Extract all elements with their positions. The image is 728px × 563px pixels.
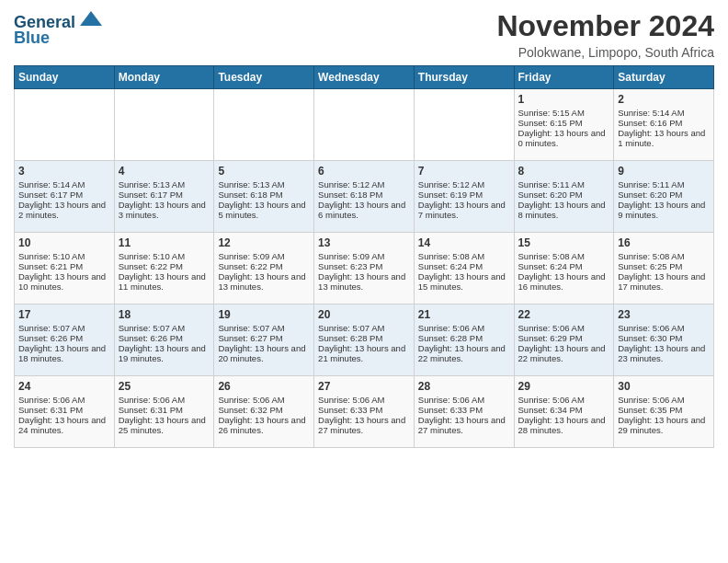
daylight-text: Daylight: 13 hours and 0 minutes.	[518, 128, 610, 148]
daylight-text: Daylight: 13 hours and 17 minutes.	[618, 271, 710, 292]
day-number: 24	[18, 380, 110, 393]
sunrise-text: Sunrise: 5:13 AM	[119, 179, 210, 190]
calendar-cell: 27Sunrise: 5:06 AMSunset: 6:33 PMDayligh…	[314, 376, 415, 448]
header-sunday: Sunday	[15, 66, 115, 89]
calendar-cell: 15Sunrise: 5:08 AMSunset: 6:24 PMDayligh…	[514, 233, 614, 304]
sunrise-text: Sunrise: 5:08 AM	[518, 251, 610, 261]
sunrise-text: Sunrise: 5:14 AM	[18, 179, 110, 190]
sunset-text: Sunset: 6:21 PM	[18, 261, 110, 271]
calendar-cell	[414, 89, 514, 161]
sunset-text: Sunset: 6:26 PM	[119, 333, 210, 343]
day-number: 22	[518, 308, 610, 321]
daylight-text: Daylight: 13 hours and 29 minutes.	[618, 415, 710, 435]
daylight-text: Daylight: 13 hours and 19 minutes.	[119, 343, 210, 363]
sunrise-text: Sunrise: 5:06 AM	[618, 395, 710, 405]
sunrise-text: Sunrise: 5:06 AM	[318, 395, 410, 405]
daylight-text: Daylight: 13 hours and 28 minutes.	[518, 415, 610, 435]
daylight-text: Daylight: 13 hours and 3 minutes.	[119, 200, 210, 220]
calendar-cell	[314, 89, 415, 161]
day-number: 28	[418, 380, 510, 393]
calendar-cell: 21Sunrise: 5:06 AMSunset: 6:28 PMDayligh…	[414, 304, 514, 376]
header-tuesday: Tuesday	[214, 66, 314, 89]
sunrise-text: Sunrise: 5:06 AM	[518, 395, 610, 405]
day-number: 30	[618, 380, 710, 393]
daylight-text: Daylight: 13 hours and 21 minutes.	[318, 343, 410, 363]
sunset-text: Sunset: 6:16 PM	[618, 118, 710, 128]
day-number: 1	[518, 93, 610, 106]
daylight-text: Daylight: 13 hours and 22 minutes.	[518, 343, 610, 363]
header-friday: Friday	[514, 66, 614, 89]
calendar-cell: 22Sunrise: 5:06 AMSunset: 6:29 PMDayligh…	[514, 304, 614, 376]
day-number: 4	[119, 165, 210, 178]
calendar-header-row: Sunday Monday Tuesday Wednesday Thursday…	[15, 66, 714, 89]
daylight-text: Daylight: 13 hours and 24 minutes.	[18, 415, 110, 435]
day-number: 11	[119, 236, 210, 249]
day-number: 20	[318, 308, 410, 321]
sunset-text: Sunset: 6:22 PM	[119, 261, 210, 271]
sunrise-text: Sunrise: 5:08 AM	[418, 251, 510, 261]
sunrise-text: Sunrise: 5:12 AM	[318, 179, 410, 190]
calendar-cell	[15, 89, 115, 161]
sunset-text: Sunset: 6:34 PM	[518, 405, 610, 415]
calendar-cell: 26Sunrise: 5:06 AMSunset: 6:32 PMDayligh…	[214, 376, 314, 448]
calendar-cell: 20Sunrise: 5:07 AMSunset: 6:28 PMDayligh…	[314, 304, 415, 376]
sunrise-text: Sunrise: 5:12 AM	[418, 179, 510, 190]
sunset-text: Sunset: 6:18 PM	[218, 190, 310, 200]
sunrise-text: Sunrise: 5:09 AM	[318, 251, 410, 261]
sunset-text: Sunset: 6:31 PM	[18, 405, 110, 415]
sunrise-text: Sunrise: 5:06 AM	[418, 323, 510, 333]
sunrise-text: Sunrise: 5:07 AM	[218, 323, 310, 333]
daylight-text: Daylight: 13 hours and 20 minutes.	[218, 343, 310, 363]
sunset-text: Sunset: 6:24 PM	[418, 261, 510, 271]
calendar-cell: 7Sunrise: 5:12 AMSunset: 6:19 PMDaylight…	[414, 161, 514, 233]
day-number: 6	[318, 165, 410, 178]
sunset-text: Sunset: 6:25 PM	[618, 261, 710, 271]
daylight-text: Daylight: 13 hours and 25 minutes.	[119, 415, 210, 435]
daylight-text: Daylight: 13 hours and 22 minutes.	[418, 343, 510, 363]
calendar-cell: 24Sunrise: 5:06 AMSunset: 6:31 PMDayligh…	[15, 376, 115, 448]
day-number: 16	[618, 236, 710, 249]
sunset-text: Sunset: 6:27 PM	[218, 333, 310, 343]
calendar-cell: 2Sunrise: 5:14 AMSunset: 6:16 PMDaylight…	[614, 89, 714, 161]
calendar-week-4: 17Sunrise: 5:07 AMSunset: 6:26 PMDayligh…	[15, 304, 714, 376]
calendar-week-2: 3Sunrise: 5:14 AMSunset: 6:17 PMDaylight…	[15, 161, 714, 233]
header-thursday: Thursday	[414, 66, 514, 89]
day-number: 10	[18, 236, 110, 249]
sunrise-text: Sunrise: 5:15 AM	[518, 108, 610, 118]
day-number: 29	[518, 380, 610, 393]
location-subtitle: Polokwane, Limpopo, South Africa	[496, 45, 714, 60]
calendar-cell: 29Sunrise: 5:06 AMSunset: 6:34 PMDayligh…	[514, 376, 614, 448]
sunrise-text: Sunrise: 5:06 AM	[18, 395, 110, 405]
calendar-cell: 5Sunrise: 5:13 AMSunset: 6:18 PMDaylight…	[214, 161, 314, 233]
calendar-cell	[214, 89, 314, 161]
sunset-text: Sunset: 6:28 PM	[418, 333, 510, 343]
day-number: 23	[618, 308, 710, 321]
daylight-text: Daylight: 13 hours and 6 minutes.	[318, 200, 410, 220]
logo-icon	[78, 9, 104, 29]
calendar-container: General Blue November 2024 Polokwane, Li…	[0, 0, 728, 457]
sunset-text: Sunset: 6:18 PM	[318, 190, 410, 200]
calendar-cell: 13Sunrise: 5:09 AMSunset: 6:23 PMDayligh…	[314, 233, 415, 304]
daylight-text: Daylight: 13 hours and 23 minutes.	[618, 343, 710, 363]
sunrise-text: Sunrise: 5:06 AM	[218, 395, 310, 405]
calendar-cell: 9Sunrise: 5:11 AMSunset: 6:20 PMDaylight…	[614, 161, 714, 233]
sunset-text: Sunset: 6:32 PM	[218, 405, 310, 415]
calendar-cell: 11Sunrise: 5:10 AMSunset: 6:22 PMDayligh…	[114, 233, 214, 304]
daylight-text: Daylight: 13 hours and 13 minutes.	[318, 271, 410, 292]
sunset-text: Sunset: 6:31 PM	[119, 405, 210, 415]
day-number: 9	[618, 165, 710, 178]
calendar-cell: 14Sunrise: 5:08 AMSunset: 6:24 PMDayligh…	[414, 233, 514, 304]
daylight-text: Daylight: 13 hours and 13 minutes.	[218, 271, 310, 292]
day-number: 15	[518, 236, 610, 249]
sunset-text: Sunset: 6:30 PM	[618, 333, 710, 343]
calendar-cell: 25Sunrise: 5:06 AMSunset: 6:31 PMDayligh…	[114, 376, 214, 448]
header-wednesday: Wednesday	[314, 66, 415, 89]
day-number: 18	[119, 308, 210, 321]
day-number: 21	[418, 308, 510, 321]
sunset-text: Sunset: 6:17 PM	[119, 190, 210, 200]
day-number: 26	[218, 380, 310, 393]
daylight-text: Daylight: 13 hours and 16 minutes.	[518, 271, 610, 292]
calendar-cell: 23Sunrise: 5:06 AMSunset: 6:30 PMDayligh…	[614, 304, 714, 376]
daylight-text: Daylight: 13 hours and 15 minutes.	[418, 271, 510, 292]
sunset-text: Sunset: 6:33 PM	[318, 405, 410, 415]
